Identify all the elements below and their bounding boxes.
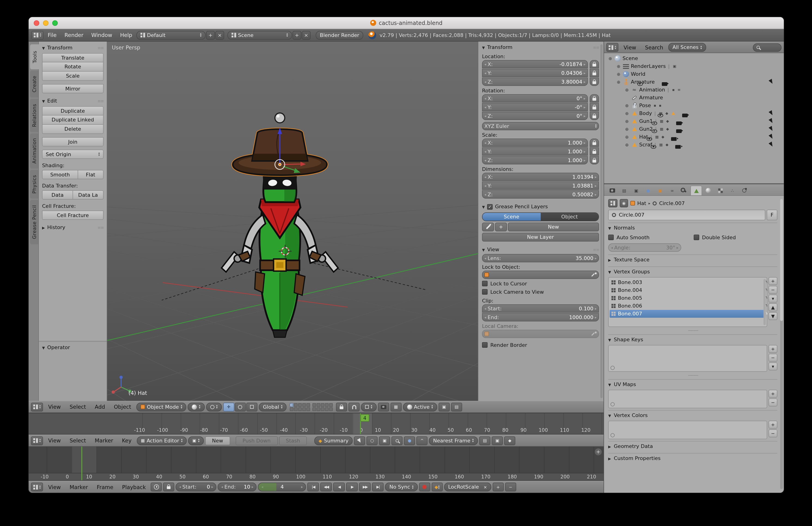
increment-icon[interactable] bbox=[595, 256, 597, 260]
tab-animation[interactable]: Animation bbox=[30, 134, 38, 168]
decrement-icon[interactable] bbox=[484, 256, 486, 260]
decrement-icon[interactable] bbox=[484, 183, 486, 188]
scale-button[interactable]: Scale bbox=[42, 72, 103, 81]
drawtype-active-select[interactable]: Active bbox=[403, 403, 437, 411]
cell-fracture-button[interactable]: Cell Fracture bbox=[42, 211, 103, 220]
clip-start-field[interactable]: Start:0.100 bbox=[482, 304, 599, 313]
renderability-camera-icon[interactable] bbox=[662, 82, 667, 86]
expand-icon[interactable] bbox=[616, 72, 621, 77]
vertex-group-row[interactable]: Bone.006 bbox=[610, 302, 766, 310]
location-y-field[interactable]: Y:0.04306 bbox=[482, 69, 588, 77]
add-shape-key-button[interactable]: + bbox=[769, 345, 777, 353]
delete-layout-button[interactable]: × bbox=[215, 31, 224, 40]
outliner-row-gun1[interactable]: Gun1|▦◆ bbox=[604, 117, 784, 125]
panel-grip-icon[interactable] bbox=[98, 45, 103, 50]
double-sided-toggle[interactable]: Double Sided bbox=[694, 233, 777, 242]
outliner-row-armature-object[interactable]: Armature bbox=[604, 78, 784, 86]
dopesheet-mode-select[interactable]: ▦Action Editor bbox=[136, 436, 187, 445]
orientation-select[interactable]: Global bbox=[259, 403, 287, 411]
menu-view[interactable]: View bbox=[45, 401, 65, 412]
tab-texture[interactable] bbox=[714, 186, 726, 195]
play-reverse-button[interactable]: ◀ bbox=[333, 483, 345, 491]
outliner-row-scraf[interactable]: Scraf|▦◆ bbox=[604, 141, 784, 149]
add-vertex-group-button[interactable]: + bbox=[769, 277, 777, 285]
lock-camera-to-view-toggle[interactable]: Lock Camera to View bbox=[482, 288, 599, 296]
delete-scene-button[interactable]: × bbox=[302, 31, 310, 40]
decrement-icon[interactable] bbox=[179, 485, 181, 489]
menu-object[interactable]: Object bbox=[110, 401, 135, 412]
stash-button[interactable]: Stash bbox=[279, 436, 307, 445]
renderability-camera-icon[interactable] bbox=[682, 114, 688, 117]
menu-window[interactable]: Window bbox=[88, 29, 116, 41]
paste-button[interactable]: ▣ bbox=[492, 436, 503, 445]
lock-range-button[interactable] bbox=[163, 483, 174, 491]
tab-scene[interactable]: ▣ bbox=[630, 186, 642, 195]
uv-maps-list[interactable] bbox=[608, 390, 767, 408]
decrement-icon[interactable] bbox=[484, 114, 486, 118]
opengl-render-button[interactable] bbox=[378, 403, 389, 411]
uv-maps-section-header[interactable]: UV Maps bbox=[608, 380, 777, 389]
outliner-search-field[interactable] bbox=[753, 43, 782, 51]
opengl-render-anim-button[interactable]: ▦ bbox=[390, 403, 401, 411]
outliner-row-animation[interactable]: Animation|▪≡ bbox=[604, 86, 784, 94]
scene-selector[interactable]: Scene bbox=[227, 31, 292, 40]
expand-icon[interactable] bbox=[624, 103, 629, 108]
gp-source-object-button[interactable]: Object bbox=[540, 213, 598, 221]
menu-frame[interactable]: Frame bbox=[93, 481, 117, 493]
grease-pencil-checkbox[interactable] bbox=[487, 204, 493, 209]
gp-draw-button[interactable] bbox=[482, 223, 494, 231]
region-expand-icon[interactable]: + bbox=[595, 448, 602, 455]
action-browse-select[interactable]: ▣ bbox=[188, 436, 204, 445]
geometry-data-section-header[interactable]: Geometry Data bbox=[608, 441, 777, 451]
lock-rotation-y-button[interactable] bbox=[590, 103, 599, 111]
render-engine-select[interactable]: Blender Render bbox=[316, 31, 363, 40]
checkbox-icon[interactable] bbox=[482, 281, 488, 286]
editor-type-button[interactable] bbox=[606, 43, 619, 52]
gp-add-blank-button[interactable]: + bbox=[495, 223, 507, 231]
decrement-icon[interactable] bbox=[484, 96, 486, 101]
tab-create[interactable]: Create bbox=[30, 71, 38, 97]
panel-grip-icon[interactable] bbox=[98, 99, 103, 103]
eyedropper-icon[interactable] bbox=[592, 331, 597, 336]
manipulator-scale-button[interactable] bbox=[246, 403, 258, 411]
increment-icon[interactable] bbox=[584, 158, 585, 162]
decrement-icon[interactable] bbox=[484, 71, 486, 75]
set-origin-dropdown[interactable]: Set Origin bbox=[42, 150, 103, 159]
decrement-icon[interactable] bbox=[484, 315, 486, 319]
grease-pencil-section-header[interactable]: Grease Pencil Layers bbox=[482, 202, 599, 211]
active-keying-set-field[interactable]: LocRotScale× bbox=[444, 483, 491, 491]
add-vertex-color-button[interactable]: + bbox=[769, 421, 777, 429]
tab-modifiers[interactable] bbox=[679, 186, 690, 195]
npanel-scrollbar[interactable] bbox=[600, 44, 603, 398]
list-resize-grip[interactable] bbox=[608, 372, 777, 377]
clip-end-field[interactable]: End:1000.000 bbox=[482, 313, 599, 321]
menu-file[interactable]: File bbox=[44, 29, 60, 41]
vertex-group-row-selected[interactable]: Bone.007 bbox=[610, 310, 766, 318]
vertex-colors-section-header[interactable]: Vertex Colors bbox=[608, 410, 777, 420]
gp-new-button[interactable]: New bbox=[508, 223, 599, 231]
selectability-cursor-icon[interactable] bbox=[769, 79, 774, 85]
panel-grip-icon[interactable] bbox=[593, 45, 599, 50]
visibility-eye-icon[interactable] bbox=[651, 121, 657, 125]
location-z-field[interactable]: Z:3.80004 bbox=[482, 78, 588, 86]
insert-keyframe-button[interactable]: + bbox=[493, 483, 504, 491]
increment-icon[interactable] bbox=[212, 485, 213, 489]
panel-grip-icon[interactable] bbox=[593, 247, 599, 252]
add-layout-button[interactable]: + bbox=[206, 31, 215, 40]
dopesheet-canvas[interactable]: -100102030405060708090100110120130140150… bbox=[29, 447, 604, 481]
outliner-filter-select[interactable]: All Scenes bbox=[668, 43, 706, 52]
outliner-row-armature-data[interactable]: Armature bbox=[604, 94, 784, 102]
auto-keyframe-button[interactable] bbox=[419, 483, 430, 491]
vertex-group-specials-button[interactable]: ▾ bbox=[769, 295, 777, 302]
editor-type-button[interactable] bbox=[31, 483, 43, 491]
zoom-search-button[interactable] bbox=[391, 436, 403, 445]
frame-end-field[interactable]: End:10 bbox=[218, 483, 257, 491]
menu-search[interactable]: Search bbox=[641, 42, 667, 52]
editor-type-button[interactable] bbox=[31, 403, 43, 411]
audio-sync-select[interactable]: No Sync bbox=[385, 483, 418, 491]
editor-type-button[interactable] bbox=[31, 31, 44, 40]
vertex-group-row[interactable]: Bone.003 bbox=[610, 279, 766, 286]
renderability-camera-icon[interactable] bbox=[671, 137, 677, 141]
lock-location-x-button[interactable] bbox=[590, 60, 599, 68]
viewport-3d[interactable]: User Persp (4) Hat bbox=[107, 42, 478, 401]
